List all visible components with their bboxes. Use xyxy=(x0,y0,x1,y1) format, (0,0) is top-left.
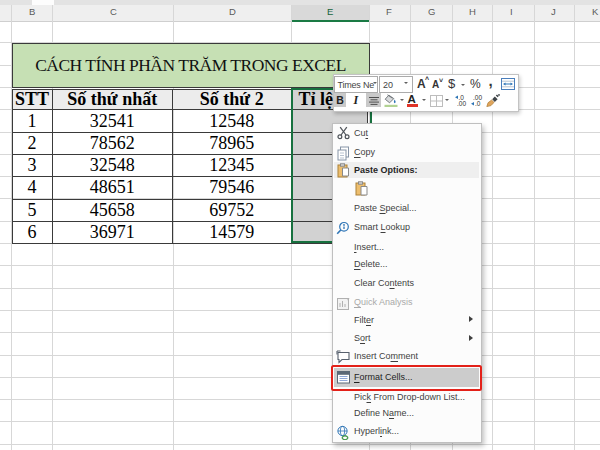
svg-text:.0: .0 xyxy=(475,100,481,107)
svg-text:.00: .00 xyxy=(457,100,466,107)
